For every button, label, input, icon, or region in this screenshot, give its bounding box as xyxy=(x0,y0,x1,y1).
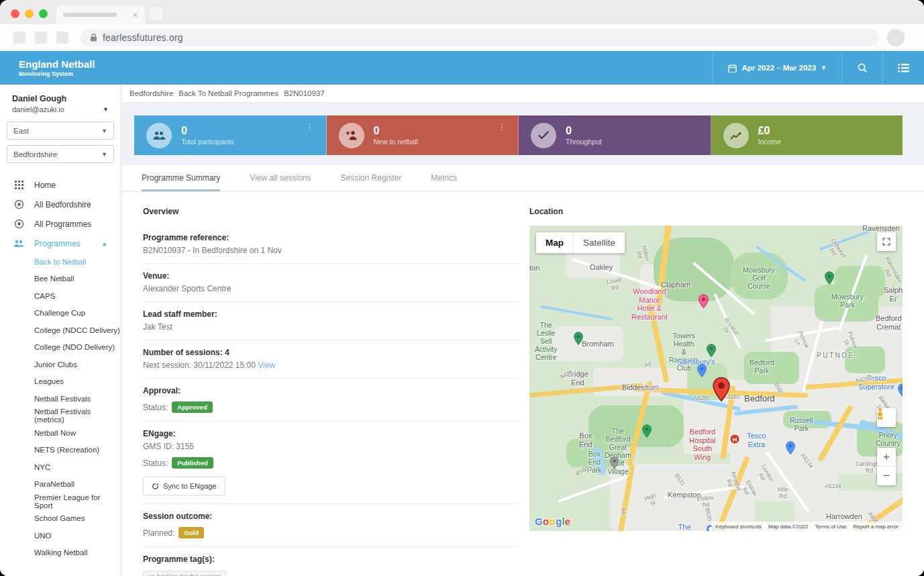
browser-tab[interactable]: ✕ xyxy=(56,5,145,24)
sidebar-subitem[interactable]: Junior Clubs xyxy=(0,356,121,373)
person-add-icon xyxy=(339,123,364,148)
sidebar-item-programmes[interactable]: Programmes ▲ xyxy=(0,234,121,253)
app-header: England Netball Monitoring System Apr 20… xyxy=(0,51,924,85)
sidebar-item-all-bedfordshire[interactable]: All Bedfordshire xyxy=(0,195,121,214)
tab[interactable]: View all sessions xyxy=(250,165,311,191)
google-map[interactable]: RavensdenOldways RdMilton RdOakleytonLov… xyxy=(529,226,903,531)
sync-to-engage-button[interactable]: Sync to ENgage xyxy=(143,477,225,495)
sidebar-subitem[interactable]: Premier League for Sport xyxy=(0,493,121,510)
search-button[interactable] xyxy=(841,51,882,85)
zoom-out-button[interactable]: − xyxy=(877,467,896,485)
target-icon xyxy=(13,199,24,210)
breadcrumb-item[interactable]: B2N010937 xyxy=(281,89,327,97)
sidebar-subitem[interactable]: Leagues xyxy=(0,373,121,391)
sidebar-subitem[interactable]: Netball Festivals xyxy=(0,390,121,407)
google-logo-letter: e xyxy=(565,516,571,527)
map-type-map-button[interactable]: Map xyxy=(536,232,573,253)
programmes-subnav: Back to NetballBee NetballCAPSChallenge … xyxy=(0,253,121,561)
browser-toolbar: fearlessfutures.org xyxy=(0,24,924,51)
maximize-window-button[interactable] xyxy=(39,9,48,18)
sidebar-subitem[interactable]: UNO xyxy=(0,527,121,544)
stat-label: New to netball xyxy=(374,138,419,146)
grid-icon xyxy=(13,180,24,191)
field-label: Venue: xyxy=(143,271,519,281)
field-value: Jak Test xyxy=(143,322,519,332)
map-attribution-item[interactable]: Terms of Use xyxy=(815,524,846,530)
sidebar-subitem[interactable]: CAPS xyxy=(0,287,121,305)
field-value: Next session: 30/11/2022 15:00 View xyxy=(143,361,519,370)
pegman-button[interactable] xyxy=(877,408,896,427)
app-subtitle: Monitoring System xyxy=(19,70,95,77)
sidebar-subitem[interactable]: School Games xyxy=(0,510,121,528)
approval-row: Approval: Status: Approved xyxy=(143,379,519,422)
breadcrumb-item[interactable]: Bedfordshire xyxy=(127,89,176,97)
chevron-up-icon: ▲ xyxy=(101,240,107,247)
map-attribution-item[interactable]: Report a map error xyxy=(853,524,899,530)
sidebar-subitem[interactable]: Bee Netball xyxy=(0,271,121,288)
sidebar-subitem[interactable]: College (NDO Delivery) xyxy=(0,339,121,356)
map-type-satellite-button[interactable]: Satellite xyxy=(573,232,625,253)
sidebar-subitem[interactable]: NYC xyxy=(0,459,121,476)
new-tab-button[interactable] xyxy=(150,7,162,19)
outcome-badge: Gold xyxy=(178,527,204,538)
trend-icon xyxy=(723,123,749,148)
sync-button-label: Sync to ENgage xyxy=(163,482,217,490)
view-session-link[interactable]: View xyxy=(258,361,275,370)
kebab-menu-icon[interactable]: ⋮ xyxy=(498,122,506,132)
map-label: Bridge End xyxy=(567,370,588,387)
sidebar-item-home[interactable]: Home xyxy=(0,175,121,195)
sidebar-subitem[interactable]: ParaNetball xyxy=(0,476,121,493)
sidebar-item-label: All Programmes xyxy=(34,220,91,229)
field-value: B2N010937 - In Bedfordshire on 1 Nov xyxy=(143,246,519,255)
chevron-down-icon: ▼ xyxy=(101,128,107,134)
overview-section: Overview Programme reference: B2N010937 … xyxy=(143,207,519,576)
status-label: Status: xyxy=(143,459,168,468)
menu-button[interactable] xyxy=(882,51,924,85)
search-icon xyxy=(857,62,868,73)
reload-button[interactable] xyxy=(56,32,68,44)
zoom-in-button[interactable]: + xyxy=(877,448,896,467)
gms-id: GMS ID: 3155 xyxy=(143,442,519,451)
status-label: Status: xyxy=(143,403,168,412)
tab[interactable]: Session Register xyxy=(341,165,402,191)
field-label: Session outcome: xyxy=(143,512,519,521)
check-icon xyxy=(531,123,556,148)
tab[interactable]: Programme Summary xyxy=(142,165,220,191)
tab[interactable]: Metrics xyxy=(431,165,457,191)
user-email: daniel@azuki.io xyxy=(12,105,110,113)
user-menu[interactable]: Daniel Gough daniel@azuki.io ▼ xyxy=(0,85,121,116)
county-select[interactable]: Bedfordshire ▼ xyxy=(7,145,114,163)
sidebar-subitem[interactable]: Back to Netball xyxy=(0,253,121,271)
map-attribution-item: Map data ©2022 xyxy=(768,524,808,530)
map-attribution: Keyboard shortcutsMap data ©2022Terms of… xyxy=(711,522,903,531)
stat-value: 0 xyxy=(181,125,234,137)
forward-button[interactable] xyxy=(35,32,47,44)
sidebar-subitem[interactable]: Netball Festivals (metrics) xyxy=(0,407,121,425)
stat-card-new-to-netball: 0 New to netball ⋮ xyxy=(327,115,519,155)
chevron-down-icon: ▼ xyxy=(103,106,109,113)
close-tab-icon[interactable]: ✕ xyxy=(133,11,138,19)
browser-profile-avatar[interactable] xyxy=(887,29,905,46)
minimize-window-button[interactable] xyxy=(25,9,34,18)
sidebar-subitem[interactable]: Challenge Cup xyxy=(0,305,121,322)
fullscreen-button[interactable] xyxy=(877,232,896,251)
sidebar-subitem[interactable]: Walking Netball xyxy=(0,544,121,562)
map-marker-circ-red-h[interactable]: H xyxy=(730,434,740,444)
close-window-button[interactable] xyxy=(11,9,19,18)
sidebar-item-all-programmes[interactable]: All Programmes xyxy=(0,214,121,234)
map-attribution-item[interactable]: Keyboard shortcuts xyxy=(715,524,762,530)
sidebar-subitem[interactable]: College (NDCC Delivery) xyxy=(0,322,121,339)
breadcrumb: BedfordshireBack To Netball ProgrammesB2… xyxy=(121,85,924,103)
breadcrumb-item[interactable]: Back To Netball Programmes xyxy=(176,89,281,97)
kebab-menu-icon[interactable]: ⋮ xyxy=(306,122,314,132)
sidebar-subitem[interactable]: NETS (Recreation) xyxy=(0,442,121,459)
stat-value: £0 xyxy=(758,125,781,137)
map-label: Salph Er xyxy=(884,286,903,303)
date-range-button[interactable]: Apr 2022 – Mar 2023 ▼ xyxy=(713,51,841,85)
region-select[interactable]: East ▼ xyxy=(7,122,114,140)
sidebar-subitem[interactable]: Netball Now xyxy=(0,424,121,442)
approval-status-badge: Approved xyxy=(172,401,212,413)
stat-label: Income xyxy=(758,138,781,146)
back-button[interactable] xyxy=(13,32,25,44)
address-bar[interactable]: fearlessfutures.org xyxy=(81,29,879,46)
